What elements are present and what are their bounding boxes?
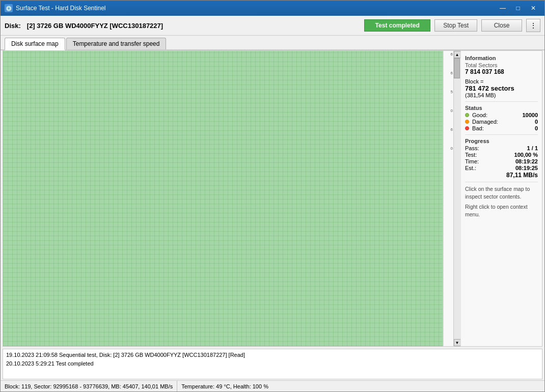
- damaged-label: Damaged:: [472, 119, 498, 125]
- bad-label: Bad:: [472, 125, 484, 131]
- speed-indicators: 6 6 5 0 6 0: [443, 51, 453, 346]
- test-row: Test: 100,00 %: [465, 152, 538, 158]
- bad-indicator: Bad:: [465, 125, 484, 131]
- log-line-2: 20.10.2023 5:29:21 Test completed: [6, 359, 539, 368]
- total-sectors-value: 7 814 037 168: [465, 68, 538, 75]
- close-button[interactable]: Close: [481, 19, 522, 32]
- test-value: 100,00 %: [514, 152, 538, 158]
- good-label: Good:: [472, 112, 487, 118]
- scroll-thumb[interactable]: [454, 58, 460, 78]
- scroll-track[interactable]: [454, 58, 461, 339]
- speed-label-1: 6: [444, 52, 453, 57]
- damaged-value: 0: [535, 119, 538, 125]
- temp-info-segment: Temperature: 49 °C, Health: 100 %: [177, 381, 272, 391]
- information-title: Information: [465, 55, 538, 61]
- damaged-dot: [465, 120, 469, 124]
- scroll-down-button[interactable]: ▼: [454, 339, 461, 346]
- disk-name: [2] 3726 GB WD4000FYYZ [WCC130187227]: [27, 22, 163, 30]
- pass-row: Pass: 1 / 1: [465, 145, 538, 151]
- tab-bar: Disk surface map Temperature and transfe…: [1, 36, 544, 50]
- temp-info-text: Temperature: 49 °C, Health: 100 %: [181, 383, 268, 389]
- damaged-row: Damaged: 0: [465, 119, 538, 125]
- bad-value: 0: [535, 125, 538, 131]
- test-completed-button: Test completed: [364, 19, 430, 32]
- est-label: Est.:: [465, 165, 476, 171]
- block-label: Block =: [465, 78, 538, 85]
- minimize-button[interactable]: —: [496, 3, 510, 14]
- scroll-up-button[interactable]: ▲: [454, 51, 461, 58]
- title-bar: 💿 Surface Test - Hard Disk Sentinel — □ …: [1, 1, 544, 16]
- bad-row: Bad: 0: [465, 125, 538, 131]
- surface-map-container[interactable]: [3, 51, 443, 346]
- content-area: 6 6 5 0 6 0 ▲ ▼ Information Total Sector…: [3, 50, 542, 347]
- app-icon: 💿: [5, 4, 13, 12]
- speed-value: 87,11 MB/s: [465, 172, 538, 179]
- block-sectors: 781 472 sectors: [465, 85, 538, 92]
- pass-value: 1 / 1: [527, 145, 538, 151]
- menu-icon[interactable]: ⋮: [526, 19, 540, 32]
- time-row: Time: 08:19:22: [465, 158, 538, 164]
- window-title: Surface Test - Hard Disk Sentinel: [16, 5, 496, 12]
- speed-label-5: 6: [444, 127, 453, 132]
- time-value: 08:19:22: [515, 158, 538, 164]
- speed-label-6: 0: [444, 146, 453, 151]
- top-bar: Disk: [2] 3726 GB WD4000FYYZ [WCC1301872…: [1, 16, 544, 36]
- block-mb: (381,54 MB): [465, 92, 538, 98]
- pass-label: Pass:: [465, 145, 479, 151]
- speed-label-4: 0: [444, 108, 453, 113]
- window-controls: — □ ✕: [496, 3, 540, 14]
- test-label: Test:: [465, 152, 477, 158]
- good-row: Good: 10000: [465, 112, 538, 118]
- tab-temperature-transfer[interactable]: Temperature and transfer speed: [66, 38, 167, 49]
- est-value: 08:19:25: [515, 165, 538, 171]
- surface-map[interactable]: [3, 51, 443, 346]
- bad-dot: [465, 126, 469, 130]
- speed-label-2: 6: [444, 71, 453, 75]
- surface-scrollbar[interactable]: ▲ ▼: [453, 51, 460, 346]
- speed-label-3: 5: [444, 90, 453, 94]
- good-indicator: Good:: [465, 112, 487, 118]
- status-bar: Block: 119, Sector: 92995168 - 93776639,…: [1, 380, 544, 391]
- log-area[interactable]: 19.10.2023 21:09:58 Sequential test, Dis…: [3, 349, 542, 379]
- est-row: Est.: 08:19:25: [465, 165, 538, 171]
- stop-test-button[interactable]: Stop Test: [434, 19, 477, 32]
- time-label: Time:: [465, 158, 479, 164]
- hint-inspect: Click on the surface map to inspect sect…: [465, 185, 538, 200]
- progress-title: Progress: [465, 138, 538, 144]
- good-dot: [465, 113, 469, 117]
- good-value: 10000: [522, 112, 538, 118]
- block-info-text: Block: 119, Sector: 92995168 - 93776639,…: [5, 383, 173, 389]
- status-title: Status: [465, 105, 538, 111]
- total-sectors-label: Total Sectors: [465, 62, 538, 68]
- window-close-button[interactable]: ✕: [526, 3, 540, 14]
- right-panel: Information Total Sectors 7 814 037 168 …: [460, 51, 542, 346]
- log-line-1: 19.10.2023 21:09:58 Sequential test, Dis…: [6, 351, 539, 359]
- hint-context-menu: Right click to open context menu.: [465, 203, 538, 218]
- maximize-button[interactable]: □: [511, 3, 525, 14]
- tab-disk-surface-map[interactable]: Disk surface map: [5, 38, 65, 50]
- damaged-indicator: Damaged:: [465, 119, 498, 125]
- disk-label: Disk:: [5, 22, 21, 30]
- block-info-segment: Block: 119, Sector: 92995168 - 93776639,…: [5, 381, 177, 391]
